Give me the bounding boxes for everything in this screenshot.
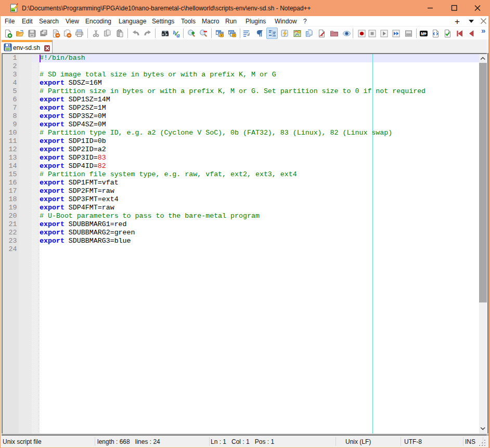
svg-text:M: M [421,31,424,36]
